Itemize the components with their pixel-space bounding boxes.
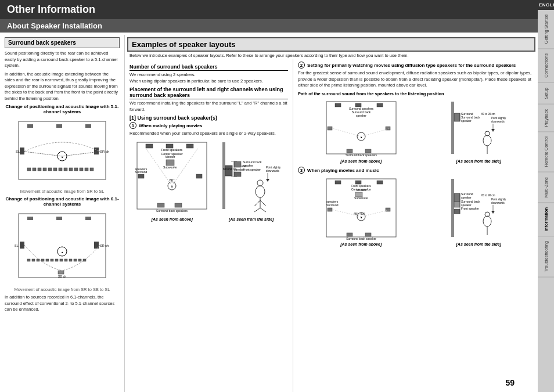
svg-text:SB ch: SB ch [58, 275, 67, 278]
circle3-icon: 3 [298, 167, 305, 174]
svg-rect-51 [146, 144, 153, 148]
svg-rect-69 [222, 142, 225, 209]
svg-line-73 [254, 208, 260, 212]
svg-rect-3 [27, 124, 33, 128]
svg-text:Surround: Surround [326, 203, 339, 207]
svg-text:Point slightly: Point slightly [266, 166, 281, 169]
svg-rect-56 [166, 160, 174, 166]
svg-rect-37 [27, 259, 30, 261]
playing-movies-music-title: When playing movies and music [307, 168, 379, 173]
side-label-1: [As seen from the side] [220, 217, 283, 221]
svg-text:Front speaker: Front speaker [461, 207, 479, 210]
svg-rect-52 [166, 144, 173, 148]
svg-point-141 [483, 216, 491, 226]
surround-back-speakers-box: Surround back speakers [5, 37, 120, 48]
diag2-container: ● SB ch SL SR ch [5, 208, 120, 285]
svg-rect-14 [38, 168, 41, 171]
mid-diagram-side: Surround speaker Surround back speaker F… [220, 139, 283, 221]
page-number: 59 [505, 378, 515, 387]
right-tab: ENGLISH Getting Started Connections Setu… [538, 0, 554, 392]
mid-diagram-row: Front speakers Center speaker Monitor Su… [129, 139, 288, 221]
svg-text:●: ● [61, 155, 63, 159]
svg-marker-92 [266, 179, 269, 182]
svg-rect-17 [53, 168, 57, 171]
svg-rect-53 [186, 144, 193, 148]
svg-text:Subwoofer: Subwoofer [354, 196, 368, 200]
svg-text:downwards: downwards [266, 170, 280, 172]
right-column: 2 Setting for primarily watching movies … [293, 59, 538, 392]
svg-rect-19 [64, 168, 67, 171]
svg-text:SL: SL [16, 150, 20, 153]
left-para2: In addition, the acoustic image extendin… [5, 71, 120, 102]
tab-connections[interactable]: Connections [538, 49, 554, 83]
svg-rect-49 [83, 259, 86, 261]
svg-rect-80 [234, 161, 241, 167]
mid-above-svg: Front speakers Center speaker Monitor Su… [134, 139, 210, 215]
svg-rect-40 [41, 259, 44, 261]
svg-rect-48 [78, 259, 81, 261]
svg-text:Subwoofer: Subwoofer [163, 166, 177, 169]
right-above-svg2: Front speakers Center speaker Monitor Su… [323, 176, 399, 240]
svg-line-75 [254, 200, 260, 206]
svg-text:Front speakers: Front speakers [161, 148, 183, 152]
svg-rect-22 [80, 168, 83, 171]
tab-setup[interactable]: Setup [538, 83, 554, 105]
svg-text:Monitor: Monitor [166, 155, 175, 159]
svg-text:Point slightly: Point slightly [491, 117, 506, 120]
above-label-1: [As seen from above] [134, 217, 210, 221]
svg-text:downwards: downwards [491, 202, 505, 204]
circle1-icon: 1 [129, 122, 136, 129]
svg-text:Surround back speakers: Surround back speakers [346, 153, 377, 157]
svg-rect-31 [20, 242, 24, 249]
svg-rect-77 [225, 166, 232, 176]
svg-point-70 [256, 186, 265, 197]
page-header: Other Information [0, 0, 538, 19]
svg-rect-105 [365, 149, 371, 153]
svg-rect-47 [74, 259, 77, 261]
svg-text:Surround back speakers: Surround back speakers [156, 209, 188, 213]
svg-text:Surround back speaker: Surround back speaker [346, 237, 376, 240]
tab-remote-control[interactable]: Remote Control [538, 132, 554, 172]
svg-rect-15 [43, 168, 46, 171]
svg-rect-42 [51, 259, 53, 261]
middle-column: Number of surround back speakers We reco… [125, 59, 293, 392]
surround-box-title: Surround back speakers [8, 39, 116, 46]
page-title: Other Information [7, 3, 95, 15]
tab-multi-zone[interactable]: Multi-Zone [538, 172, 554, 203]
tab-playback[interactable]: Playback [538, 105, 554, 132]
setting-title: Setting for primarily watching movies us… [307, 63, 516, 68]
right-diagram-side2: Surround speaker Surround back speaker F… [449, 176, 508, 246]
placement-title: Placement of the surround left and right… [129, 87, 288, 99]
diag1-caption: Movement of acoustic image from SR to SL [5, 189, 120, 194]
svg-rect-29 [56, 217, 62, 220]
diag2-caption: Movement of acoustic image from SR to SB… [5, 287, 120, 292]
section-title: About Speaker Installation [7, 21, 102, 30]
svg-rect-43 [55, 259, 58, 261]
examples-title: Examples of speaker layouts [132, 40, 235, 49]
right-diagram-above2: Front speakers Center speaker Monitor Su… [323, 176, 399, 246]
svg-rect-65 [157, 203, 164, 207]
svg-rect-28 [27, 217, 33, 220]
tab-troubleshooting[interactable]: Troubleshooting [538, 236, 554, 278]
svg-rect-61 [138, 174, 144, 178]
right-diagram-side1: Surround Surround back speaker 60 to 90 … [449, 99, 508, 163]
svg-text:●: ● [61, 250, 63, 254]
svg-rect-20 [69, 168, 73, 171]
svg-rect-38 [32, 259, 35, 261]
svg-rect-18 [59, 168, 62, 171]
svg-rect-25 [19, 214, 106, 278]
svg-text:SR ch: SR ch [100, 244, 109, 247]
setting-text: For the greatest sense of surround sound… [298, 70, 533, 89]
svg-text:speaker: speaker [461, 196, 472, 199]
svg-rect-13 [33, 168, 36, 171]
tab-information[interactable]: Information [538, 203, 554, 236]
right-portion: Examples of speaker layouts Below we int… [125, 35, 538, 392]
svg-line-74 [260, 208, 266, 212]
tab-getting-started[interactable]: Getting Started [538, 10, 554, 49]
examples-box: Examples of speaker layouts [127, 37, 535, 52]
svg-rect-6 [20, 148, 24, 154]
svg-rect-107 [451, 102, 454, 154]
when-movies-title: When mainly playing movies [139, 123, 202, 128]
content-wrapper: Surround back speakers Sound positioning… [0, 35, 538, 392]
svg-line-10 [24, 152, 62, 156]
